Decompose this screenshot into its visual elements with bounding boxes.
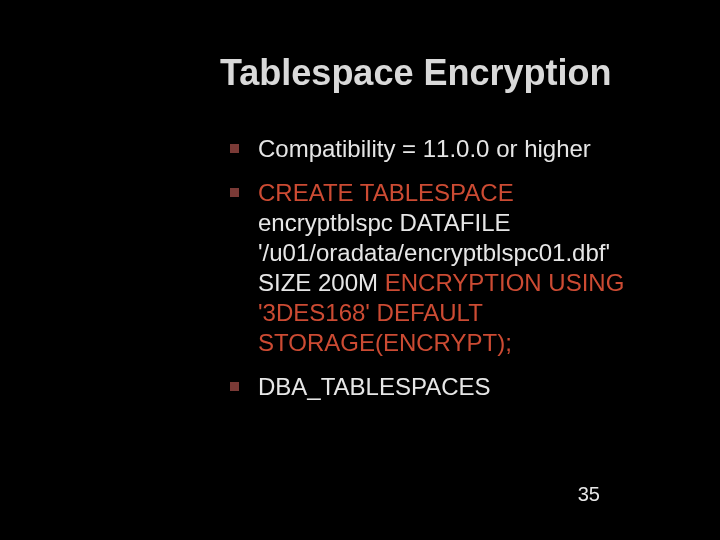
bullet-item: Compatibility = 11.0.0 or higher: [230, 134, 650, 164]
slide-title: Tablespace Encryption: [220, 52, 611, 94]
bullet-item: DBA_TABLESPACES: [230, 372, 650, 402]
square-bullet-icon: [230, 188, 239, 197]
bullet-item: CREATE TABLESPACE encryptblspc DATAFILE …: [230, 178, 650, 358]
square-bullet-icon: [230, 382, 239, 391]
square-bullet-icon: [230, 144, 239, 153]
bullet-text: DBA_TABLESPACES: [258, 373, 491, 400]
bullet-text: Compatibility = 11.0.0 or higher: [258, 135, 591, 162]
page-number: 35: [578, 483, 600, 506]
slide-body: Compatibility = 11.0.0 or higher CREATE …: [230, 134, 650, 416]
slide: Tablespace Encryption Compatibility = 11…: [0, 0, 720, 540]
code-keyword: CREATE TABLESPACE: [258, 179, 514, 206]
